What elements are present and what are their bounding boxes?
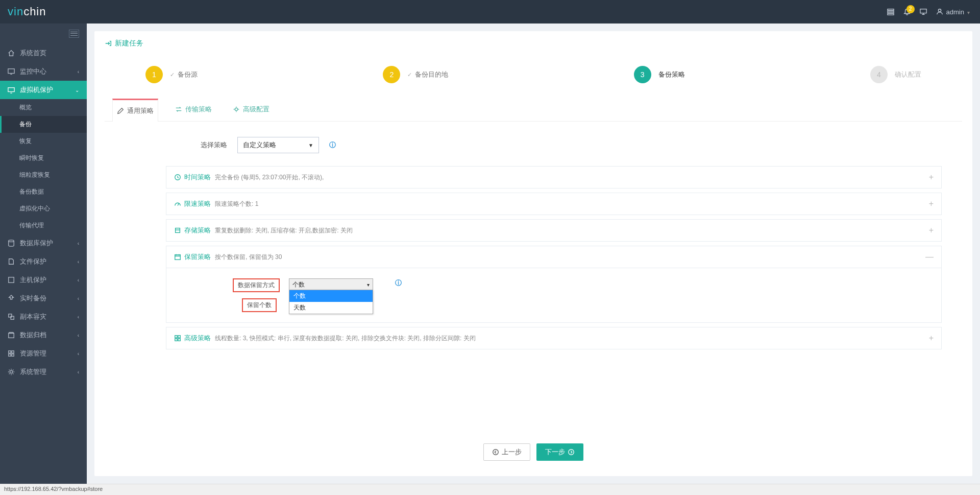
acc-desc: 按个数保留, 保留值为 30 <box>215 253 282 262</box>
nav-monitor[interactable]: 监控中心 ‹ <box>0 62 87 81</box>
svg-rect-1 <box>887 11 893 13</box>
prev-button[interactable]: 上一步 <box>483 443 530 461</box>
svg-point-7 <box>9 240 14 242</box>
svg-rect-9 <box>9 314 12 317</box>
sub-label: 虚拟化中心 <box>19 204 50 213</box>
acc-title: 保留策略 <box>184 252 211 262</box>
logo[interactable]: vinchin <box>8 5 46 18</box>
acc-advanced: 高级策略 线程数量: 3, 快照模式: 串行, 深度有效数据提取: 关闭, 排除… <box>166 327 942 349</box>
nav-system[interactable]: 系统管理‹ <box>0 363 87 381</box>
nav-host[interactable]: 主机保护‹ <box>0 271 87 289</box>
step-3[interactable]: 3 备份策略 <box>634 66 685 83</box>
nav-archive[interactable]: 数据归档‹ <box>0 326 87 344</box>
notification-badge: 2 <box>906 5 915 13</box>
sub-label: 传输代理 <box>19 221 44 230</box>
plus-icon: + <box>929 226 934 235</box>
logo-part1: vin <box>8 5 23 18</box>
next-button[interactable]: 下一步 <box>536 443 583 461</box>
sub-bdata[interactable]: 备份数据 <box>0 183 87 200</box>
retain-count-label: 保留个数 <box>242 298 277 312</box>
monitor-icon[interactable] <box>920 8 927 15</box>
notification-icon[interactable]: 2 <box>903 8 911 15</box>
form-area: 选择策略 自定义策略 ▼ ⓘ 时间策略 完全备份 (每周5, 23:07:00开… <box>105 122 962 369</box>
sub-vcenter[interactable]: 虚拟化中心 <box>0 200 87 217</box>
step-label: 确认配置 <box>895 70 921 79</box>
acc-retain: 保留策略 按个数保留, 保留值为 30 — 数据保留方式 个数 <box>166 246 942 323</box>
svg-rect-12 <box>9 351 11 353</box>
sub-instant[interactable]: 瞬时恢复 <box>0 150 87 167</box>
step-2[interactable]: 2 备份目的地 <box>383 66 448 83</box>
page-title-text: 新建任务 <box>115 39 143 48</box>
step-num: 2 <box>383 66 400 83</box>
topbar-actions: 2 admin <box>887 8 970 16</box>
topbar-stack-icon[interactable] <box>887 8 894 15</box>
step-4[interactable]: 4 确认配置 <box>870 66 921 83</box>
acc-speed-header[interactable]: 限速策略 限速策略个数: 1 + <box>166 193 941 215</box>
step-num: 1 <box>145 66 163 83</box>
nav-label: 虚拟机保护 <box>20 85 53 95</box>
sub-label: 恢复 <box>19 137 32 146</box>
acc-storage: 存储策略 重复数据删除: 关闭, 压缩存储: 开启,数据加密: 关闭 + <box>166 219 942 242</box>
select-policy-dropdown[interactable]: 自定义策略 ▼ <box>237 137 319 153</box>
acc-retain-header[interactable]: 保留策略 按个数保留, 保留值为 30 — <box>166 246 941 268</box>
info-icon[interactable]: ⓘ <box>395 278 402 288</box>
tab-label: 高级配置 <box>243 105 270 114</box>
svg-rect-19 <box>176 228 180 233</box>
sub-granular[interactable]: 细粒度恢复 <box>0 167 87 183</box>
svg-rect-21 <box>175 336 177 338</box>
nav-db[interactable]: 数据库保护‹ <box>0 234 87 252</box>
nav-file[interactable]: 文件保护‹ <box>0 252 87 271</box>
chevron-left-icon: ‹ <box>78 296 79 301</box>
retain-opt-days[interactable]: 天数 <box>289 302 373 314</box>
retain-opt-count[interactable]: 个数 <box>289 290 373 302</box>
svg-rect-15 <box>12 354 14 356</box>
nav-label: 主机保护 <box>20 275 46 285</box>
nav-replica[interactable]: 副本容灾‹ <box>0 308 87 326</box>
content: 新建任务 1 备份源 2 备份目的地 3 备份策略 4 确认配置 <box>87 23 980 484</box>
acc-retain-body: 数据保留方式 个数 ▾ 个数 天数 <box>166 268 941 322</box>
info-icon[interactable]: ⓘ <box>329 140 336 150</box>
acc-desc: 线程数量: 3, 快照模式: 串行, 深度有效数据提取: 关闭, 排除交换文件块… <box>215 334 476 343</box>
nav-home[interactable]: 系统首页 <box>0 44 87 62</box>
sidebar-toggle[interactable] <box>0 23 87 44</box>
nav-realtime[interactable]: 实时备份‹ <box>0 289 87 308</box>
step-num: 3 <box>634 66 651 83</box>
chevron-left-icon: ‹ <box>78 314 79 320</box>
svg-rect-23 <box>175 339 177 341</box>
select-policy-label: 选择策略 <box>176 140 227 150</box>
topbar: vinchin 2 admin <box>0 0 980 23</box>
sub-label: 细粒度恢复 <box>19 171 50 179</box>
main-panel: 新建任务 1 备份源 2 备份目的地 3 备份策略 4 确认配置 <box>94 31 972 476</box>
nav-resource[interactable]: 资源管理‹ <box>0 344 87 363</box>
user-menu[interactable]: admin <box>936 8 970 16</box>
acc-speed: 限速策略 限速策略个数: 1 + <box>166 193 942 215</box>
svg-rect-6 <box>8 88 14 92</box>
plus-icon: + <box>929 173 934 182</box>
sub-proxy[interactable]: 传输代理 <box>0 217 87 234</box>
acc-advanced-header[interactable]: 高级策略 线程数量: 3, 快照模式: 串行, 深度有效数据提取: 关闭, 排除… <box>166 327 941 349</box>
svg-rect-0 <box>887 9 893 11</box>
step-1[interactable]: 1 备份源 <box>145 66 198 83</box>
nav-label: 监控中心 <box>20 67 46 76</box>
sub-label: 备份数据 <box>19 187 44 196</box>
tab-transfer[interactable]: 传输策略 <box>171 99 216 121</box>
tab-general[interactable]: 通用策略 <box>112 99 158 122</box>
acc-storage-header[interactable]: 存储策略 重复数据删除: 关闭, 压缩存储: 开启,数据加密: 关闭 + <box>166 220 941 241</box>
acc-desc: 重复数据删除: 关闭, 压缩存储: 开启,数据加密: 关闭 <box>215 226 353 235</box>
policy-tabs: 通用策略 传输策略 高级配置 <box>105 99 962 122</box>
select-policy-value: 自定义策略 <box>243 140 276 150</box>
nav-label: 数据库保护 <box>20 239 53 248</box>
wizard-footer: 上一步 下一步 <box>105 436 962 468</box>
retain-mode-options: 个数 天数 <box>289 290 373 314</box>
nav-label: 实时备份 <box>20 294 46 303</box>
plus-icon: + <box>929 334 934 343</box>
svg-rect-10 <box>11 316 14 319</box>
svg-rect-5 <box>8 69 14 74</box>
acc-time: 时间策略 完全备份 (每周5, 23:07:00开始, 不滚动), + <box>166 166 942 188</box>
tab-advanced[interactable]: 高级配置 <box>229 99 274 121</box>
sub-backup[interactable]: 备份 <box>0 116 87 133</box>
acc-time-header[interactable]: 时间策略 完全备份 (每周5, 23:07:00开始, 不滚动), + <box>166 167 941 188</box>
sub-overview[interactable]: 概览 <box>0 99 87 116</box>
sub-restore[interactable]: 恢复 <box>0 133 87 150</box>
nav-vmprotect[interactable]: 虚拟机保护 ⌄ <box>0 81 87 99</box>
